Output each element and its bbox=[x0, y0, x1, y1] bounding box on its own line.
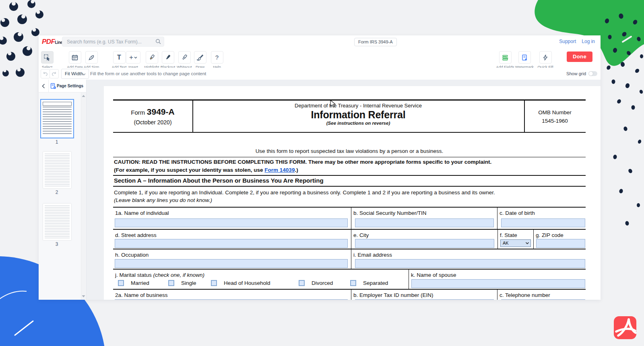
document-title-badge: Form IRS 3949-A bbox=[354, 38, 397, 46]
sub-toolbar: Fit Width Fill the form or use another t… bbox=[39, 68, 601, 80]
collapse-sidebar-icon[interactable] bbox=[42, 84, 45, 89]
question-icon: ? bbox=[215, 54, 219, 60]
page-thumbnail-2[interactable] bbox=[43, 152, 71, 188]
cell-1b: b. Social Security Number/TIN bbox=[351, 208, 497, 229]
page-settings-button[interactable]: Page Settings bbox=[48, 80, 86, 92]
pages-sidebar: Page Settings 1 2 3 bbox=[39, 80, 87, 300]
field-1c-label: c. Date of birth bbox=[500, 210, 535, 216]
redo-button[interactable] bbox=[50, 69, 59, 78]
main-toolbar: Select Add Date Add Sign T Add T bbox=[39, 47, 601, 68]
done-button[interactable]: Done bbox=[567, 51, 592, 62]
search-input[interactable] bbox=[66, 37, 154, 46]
logo-pdf-text: PDF bbox=[42, 38, 55, 45]
field-2b-input[interactable] bbox=[355, 299, 494, 300]
field-2a-input[interactable] bbox=[115, 299, 348, 300]
field-2b-label: b. Employer Tax ID number (EIN) bbox=[353, 292, 433, 298]
zoom-mode-value: Fit Width bbox=[65, 71, 83, 76]
field-g-input[interactable] bbox=[536, 239, 585, 248]
whiteout-marker-icon bbox=[181, 54, 188, 61]
page-number-1: 1 bbox=[33, 139, 80, 145]
example-prefix: (For example, if you suspect your identi… bbox=[114, 167, 264, 173]
tool-watermark[interactable]: Watermark bbox=[513, 51, 536, 69]
field-1a-label: 1a. Name of individual bbox=[115, 210, 169, 216]
field-1a-input[interactable] bbox=[115, 218, 348, 227]
scroll-up-icon[interactable] bbox=[82, 95, 85, 97]
field-1b-input[interactable] bbox=[355, 218, 494, 227]
field-e-label: e. City bbox=[353, 232, 369, 238]
form-row-3: h. Occupation i. Email address bbox=[113, 249, 586, 269]
screen: PDFLiner Form IRS 3949-A SupportLog in S… bbox=[0, 0, 644, 346]
field-d-input[interactable] bbox=[115, 239, 348, 248]
field-h-label: h. Occupation bbox=[115, 252, 149, 258]
state-select-value: AK bbox=[503, 241, 509, 245]
field-k-input[interactable] bbox=[411, 279, 585, 288]
page-thumbnail-3[interactable] bbox=[43, 204, 71, 240]
marital-checkbox-single[interactable] bbox=[168, 280, 174, 286]
cell-d: d. Street address bbox=[113, 230, 351, 249]
field-h-input[interactable] bbox=[115, 259, 348, 268]
text-icon: T bbox=[117, 54, 121, 61]
divider bbox=[113, 175, 586, 176]
caution-line: CAUTION: READ THE INSTRUCTIONS BEFORE CO… bbox=[114, 159, 491, 165]
form-number-block: Form 3949-A (October 2020) bbox=[113, 107, 192, 126]
form-word: Form bbox=[131, 109, 145, 116]
state-select[interactable]: AK bbox=[500, 239, 531, 247]
cell-i: i. Email address bbox=[351, 249, 586, 269]
field-d-label: d. Street address bbox=[115, 232, 157, 238]
marital-label-separated: Separated bbox=[363, 280, 388, 286]
tool-help[interactable]: ? Help bbox=[206, 51, 228, 69]
tool-select[interactable]: Select bbox=[36, 51, 58, 69]
page-settings-icon bbox=[50, 83, 56, 89]
thumbnail-preview bbox=[45, 154, 70, 186]
add-fields-icon bbox=[502, 54, 509, 61]
field-1c-input[interactable] bbox=[501, 218, 585, 227]
sidebar-scrollbar[interactable] bbox=[81, 93, 86, 300]
field-f-label: f. State bbox=[500, 232, 517, 238]
tool-add-sign[interactable]: Add Sign bbox=[80, 51, 103, 69]
field-g-label: g. ZIP code bbox=[536, 232, 564, 238]
support-link[interactable]: Support bbox=[559, 39, 576, 44]
form-title: Information Referral bbox=[192, 109, 524, 121]
form-14039-link[interactable]: Form 14039 bbox=[264, 167, 295, 173]
marital-label-married: Married bbox=[131, 280, 149, 286]
field-j-label: j. Marital status (check one, if known) bbox=[115, 272, 204, 278]
form-title-block: Department of the Treasury - Internal Re… bbox=[192, 103, 524, 126]
cell-f: f. State AK bbox=[497, 230, 533, 249]
field-1b-label: b. Social Security Number/TIN bbox=[353, 210, 427, 216]
field-e-input[interactable] bbox=[355, 239, 494, 248]
login-link[interactable]: Log in bbox=[582, 39, 595, 44]
form-row-5: 2a. Name of business b. Employer Tax ID … bbox=[113, 289, 586, 300]
tool-quick-fill[interactable]: Quick Fill bbox=[534, 51, 557, 69]
pdfliner-logo[interactable]: PDFLiner bbox=[42, 38, 64, 46]
highlighter-icon bbox=[148, 54, 155, 61]
cell-e: e. City bbox=[351, 230, 497, 249]
cell-1c: c. Date of birth bbox=[497, 208, 586, 229]
form-header: Form 3949-A (October 2020) Department of… bbox=[113, 99, 586, 133]
example-line: (For example, if you suspect your identi… bbox=[114, 167, 298, 173]
scroll-down-icon[interactable] bbox=[82, 295, 85, 298]
undo-button[interactable] bbox=[41, 69, 50, 78]
thumbnail-preview bbox=[43, 102, 72, 136]
show-grid-toggle[interactable] bbox=[588, 71, 597, 76]
omb-number: 1545-1960 bbox=[524, 117, 586, 126]
field-2c-input[interactable] bbox=[501, 299, 585, 300]
search-box bbox=[62, 37, 164, 47]
field-i-input[interactable] bbox=[355, 259, 585, 268]
watermark-icon bbox=[521, 54, 528, 61]
divider bbox=[113, 186, 586, 187]
top-navbar: PDFLiner Form IRS 3949-A SupportLog in bbox=[39, 35, 601, 48]
marital-checkbox-married[interactable] bbox=[118, 280, 124, 286]
marital-checkbox-separated[interactable] bbox=[350, 280, 356, 286]
marital-checkbox-divorced[interactable] bbox=[299, 280, 305, 286]
pdfliner-app: PDFLiner Form IRS 3949-A SupportLog in S… bbox=[39, 35, 601, 300]
omb-block: OMB Number 1545-1960 bbox=[524, 109, 586, 126]
complete-instructions: Complete 1, if you are reporting an Indi… bbox=[114, 189, 495, 196]
page-thumbnail-1[interactable] bbox=[41, 100, 73, 138]
field-2a-label: 2a. Name of business bbox=[115, 292, 168, 298]
search-icon[interactable] bbox=[155, 39, 161, 44]
paintbrush-icon bbox=[196, 54, 204, 61]
cell-2a: 2a. Name of business bbox=[113, 290, 351, 300]
marital-checkbox-head-of-household[interactable] bbox=[211, 280, 217, 286]
lightning-icon bbox=[542, 54, 549, 61]
zoom-mode-dropdown[interactable]: Fit Width bbox=[61, 69, 89, 79]
